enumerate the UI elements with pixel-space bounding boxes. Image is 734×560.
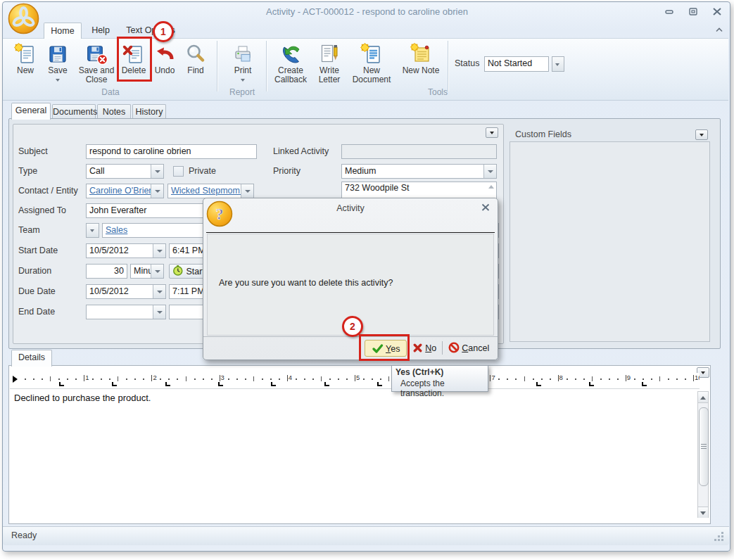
maximize-button[interactable] xyxy=(688,7,699,16)
find-icon xyxy=(180,42,211,66)
contact-link[interactable]: Caroline O'Brien xyxy=(89,186,153,196)
duration-label: Duration xyxy=(18,264,51,279)
ribbon-collapse-icon[interactable] xyxy=(714,25,724,36)
clock-icon xyxy=(172,269,184,279)
tab-stop-marker[interactable] xyxy=(642,382,647,386)
new-button[interactable]: New xyxy=(10,41,41,94)
duration-input[interactable]: 30 xyxy=(86,264,127,279)
save-button[interactable]: Save xyxy=(42,41,73,94)
duration-unit-combo[interactable]: Minu... xyxy=(130,264,164,279)
assigned-to-label: Assigned To xyxy=(18,203,66,218)
tooltip-body: Accepts the transaction. xyxy=(400,378,488,398)
status-field[interactable]: Not Started xyxy=(484,56,549,72)
ribbon-separator xyxy=(266,41,267,91)
start-date-value: 10/5/2012 xyxy=(89,246,129,255)
tab-help[interactable]: Help xyxy=(84,23,117,38)
type-combo[interactable]: Call xyxy=(86,164,164,179)
private-checkbox[interactable] xyxy=(173,166,184,177)
write-letter-button[interactable]: Write Letter xyxy=(312,41,346,94)
tab-stop-marker[interactable] xyxy=(536,382,541,386)
dropdown-arrow-icon[interactable] xyxy=(153,305,165,319)
ribbon-separator xyxy=(448,41,449,91)
delete-highlight-box xyxy=(117,37,152,82)
tab-details[interactable]: Details xyxy=(11,350,52,367)
save-and-close-button[interactable]: Save and Close xyxy=(75,41,118,94)
tab-stop-marker[interactable] xyxy=(165,382,170,386)
contact-combo[interactable]: Caroline O'Brien xyxy=(86,184,164,198)
undo-button[interactable]: Undo xyxy=(151,41,179,94)
details-scrollbar[interactable] xyxy=(697,391,709,518)
custom-fields-panel xyxy=(510,141,710,342)
due-date-label: Due Date xyxy=(18,284,56,299)
team-dropdown-button[interactable] xyxy=(86,223,99,238)
button-separator xyxy=(442,341,443,355)
custom-fields-collapse-icon[interactable] xyxy=(695,129,708,140)
team-label: Team xyxy=(18,223,40,238)
create-callback-button[interactable]: Create Callback xyxy=(270,41,311,94)
no-label: No xyxy=(425,340,436,357)
scroll-up-icon[interactable] xyxy=(488,185,494,189)
start-date-label: Start Date xyxy=(18,243,58,258)
due-date-combo[interactable]: 10/5/2012 xyxy=(86,284,166,299)
indent-marker[interactable] xyxy=(13,376,18,383)
dropdown-arrow-icon[interactable] xyxy=(153,244,165,257)
dropdown-arrow-icon[interactable] xyxy=(151,165,163,178)
close-button[interactable] xyxy=(711,7,723,16)
subject-input[interactable]: respond to caroline obrien xyxy=(86,144,257,159)
cancel-label: Cancel xyxy=(462,340,489,357)
dialog-close-icon[interactable] xyxy=(481,203,491,214)
question-icon: ? xyxy=(205,200,234,230)
scroll-up-button[interactable] xyxy=(698,392,708,403)
tab-notes[interactable]: Notes xyxy=(97,104,131,120)
dropdown-arrow-icon[interactable] xyxy=(241,184,253,198)
team-link[interactable]: Sales xyxy=(106,225,127,235)
scrollbar-thumb[interactable] xyxy=(699,407,709,486)
type-label: Type xyxy=(18,164,37,179)
tab-stop-marker[interactable] xyxy=(218,382,223,386)
due-date-value: 10/5/2012 xyxy=(89,286,129,296)
tab-stop-marker[interactable] xyxy=(589,382,594,386)
start-date-combo[interactable]: 10/5/2012 xyxy=(86,243,166,258)
cancel-button[interactable]: Cancel xyxy=(446,340,491,357)
tab-stop-marker[interactable] xyxy=(271,382,276,386)
save-icon xyxy=(42,42,73,66)
create-callback-label: Create Callback xyxy=(274,65,307,84)
tab-general[interactable]: General xyxy=(11,103,51,120)
app-logo-icon[interactable] xyxy=(7,2,40,35)
tab-home-label: Home xyxy=(51,26,74,36)
create-callback-icon xyxy=(270,42,311,66)
save-dropdown-icon[interactable] xyxy=(56,79,60,82)
tab-stop-marker[interactable] xyxy=(112,382,117,386)
entity-combo[interactable]: Wicked Stepmom Gri xyxy=(167,184,254,198)
dropdown-arrow-icon[interactable] xyxy=(151,265,163,278)
no-button[interactable]: No xyxy=(409,340,440,357)
new-note-button[interactable]: New Note xyxy=(398,41,443,94)
linked-activity-field[interactable] xyxy=(341,144,497,159)
tab-home[interactable]: Home xyxy=(44,23,82,39)
print-button[interactable]: Print xyxy=(225,41,260,94)
status-bar: Ready xyxy=(3,526,729,545)
details-editor[interactable]: Declined to purchase the product. xyxy=(14,393,676,403)
status-dropdown-button[interactable] xyxy=(552,56,564,72)
minimize-button[interactable] xyxy=(664,7,675,16)
private-label: Private xyxy=(189,164,216,179)
tab-documents[interactable]: Documents xyxy=(52,104,96,120)
end-date-combo[interactable] xyxy=(86,305,166,319)
contact-entity-label: Contact / Entity xyxy=(18,184,78,198)
form-collapse-icon[interactable] xyxy=(486,127,498,138)
dropdown-arrow-icon[interactable] xyxy=(151,184,163,198)
new-label: New xyxy=(17,65,34,75)
tab-stop-marker[interactable] xyxy=(377,382,382,386)
tab-history[interactable]: History xyxy=(132,104,166,120)
new-document-button[interactable]: New Document xyxy=(349,41,394,94)
dialog-title: Activity xyxy=(203,203,498,213)
address-value: 732 Woodpile St xyxy=(345,183,410,193)
find-button[interactable]: Find xyxy=(180,41,211,94)
scroll-down-button[interactable] xyxy=(698,507,708,518)
tab-stop-marker[interactable] xyxy=(324,382,329,386)
priority-combo[interactable]: Medium xyxy=(341,164,497,179)
tab-stop-marker[interactable] xyxy=(59,382,64,386)
dropdown-arrow-icon[interactable] xyxy=(153,285,165,298)
dropdown-arrow-icon[interactable] xyxy=(483,165,496,178)
print-dropdown-icon[interactable] xyxy=(241,79,245,82)
